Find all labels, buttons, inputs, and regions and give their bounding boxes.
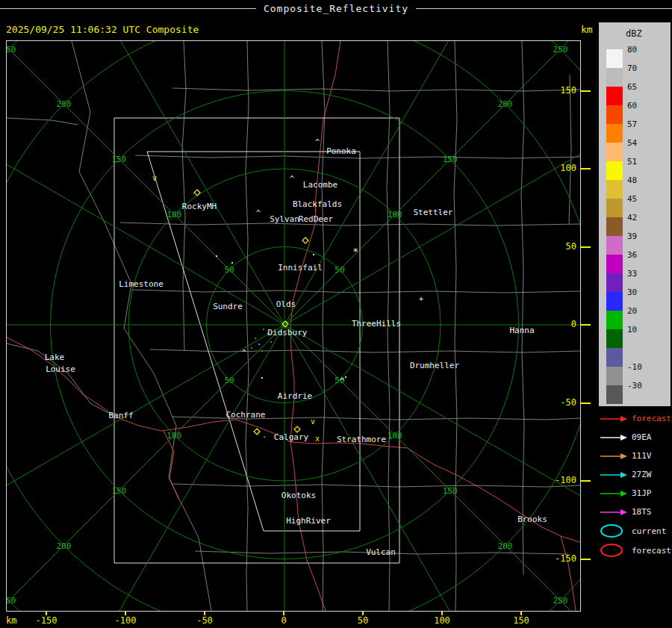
city-label: Strathmore [337,435,386,444]
colorbar-panel: dBZ 80706560575451484542393633302010-10-… [599,22,671,406]
title-bar: Composite_Reflectivity [0,0,672,16]
colorbar-value-label: 42 [627,213,637,223]
diamond-marker-icon [302,237,308,243]
colorbar-value-label: 48 [627,175,637,185]
colorbar-row: 10 [599,329,671,348]
colorbar-value-label: 51 [627,157,637,167]
legend-item: forecast [599,409,672,428]
colorbar-value-label: 33 [627,269,637,279]
colorbar-swatch [606,87,623,105]
city-label: RedDeer [299,214,334,224]
legend-label: current [632,526,666,536]
colorbar-swatch [606,367,623,385]
ring-distance-label: 150 [111,155,126,164]
echo-pixel [251,347,252,349]
track-arrow-icon [599,508,629,517]
colorbar-swatch [606,348,623,367]
colorbar-swatch [606,161,623,180]
diamond-marker-icon [194,190,200,196]
colorbar-value-label: 65 [627,82,637,92]
colorbar-value-label: 80 [627,45,637,55]
city-label: HighRiver [286,516,331,526]
echo-pixel [261,350,263,352]
bottom-axis-tick-label: 50 [344,615,382,626]
city-label: Blackfalds [293,199,342,209]
colorbar-swatch [606,236,623,255]
city-label: Vulcan [366,547,396,557]
colorbar-value-label: 57 [627,119,637,129]
right-axis-tick-label: 100 [523,163,576,173]
colorbar-swatch [606,124,623,143]
city-label: Cochrane [226,410,266,420]
page-title: Composite_Reflectivity [264,3,408,14]
colorbar-swatch [606,49,623,68]
diamond-marker-icon [294,426,300,432]
city-label: Innisfail [278,263,323,273]
legend-label: forecast [632,546,671,556]
colorbar-swatch [606,273,623,292]
right-axis-tick-label: -100 [523,475,576,485]
legend-panel: forecast09EA111V27ZW31JP18TScurrentforec… [599,409,672,560]
station-dot-icon [216,255,217,257]
bottom-axis-tick-label: 0 [265,615,302,626]
vee-marker-icon: v [311,417,315,426]
echo-pixel [258,343,260,345]
track-arrow-icon [599,470,629,479]
legend-label: 18TS [632,507,652,517]
colorbar-swatch [606,199,623,217]
right-axis-tick [581,559,591,560]
colorbar-swatch [606,385,623,404]
radar-app-window: { "title": "Composite_Reflectivity", "he… [0,0,672,628]
ring-distance-label: 100 [167,210,181,220]
legend-label: forecast [632,414,671,423]
right-axis-tick-label: 0 [523,319,576,329]
storm-ellipse-icon [599,542,629,559]
ring-distance-label: 150 [443,155,458,164]
right-axis-unit: km [581,24,593,35]
ring-distance-label: 200 [498,99,513,109]
colorbar-swatch [606,180,623,199]
legend-item: 27ZW [599,465,672,484]
ring-distance-label: 50 [224,376,234,385]
legend-item: 09EA [599,428,672,447]
city-label: Lake [45,352,65,362]
caret-marker-icon: ^ [242,349,246,357]
ring-distance-label: 100 [388,210,402,220]
city-label: Limestone [119,279,164,289]
storm-ellipse-icon [599,523,629,539]
track-arrow-icon [599,489,629,498]
right-axis-tick-label: 50 [523,241,576,252]
right-axis-tick [581,90,591,92]
track-arrow-icon [599,452,629,461]
bottom-axis-tick-label: 100 [423,615,461,626]
right-axis-tick [581,480,591,482]
legend-label: 31JP [632,488,652,498]
star-marker-icon: * [352,246,358,257]
station-dot-icon [345,376,346,378]
colorbar-swatch [606,68,623,87]
right-axis-tick [581,324,591,326]
colorbar-swatch [606,329,623,348]
city-label: Lacombe [303,180,337,190]
ring-distance-label: 100 [167,431,181,441]
radar-map[interactable]: 5050505010010010010015015015015020020020… [6,40,581,612]
caret-marker-icon: ^ [290,175,294,183]
ring-distance-label: 50 [224,265,234,275]
colorbar-title: dBZ [599,22,671,43]
echo-pixel [263,329,264,330]
colorbar-row: -30 [599,385,671,404]
ring-distance-label: 50 [335,265,344,275]
colorbar-value-label: 54 [627,138,637,148]
city-label: Okotoks [281,491,316,500]
colorbar-swatch [606,292,623,311]
ring-distance-label: 200 [56,541,71,551]
legend-item: forecast [599,541,672,560]
bottom-axis-tick-label: -150 [28,615,65,626]
city-label: RockyMH [182,202,217,211]
ring-distance-label: 250 [7,596,16,606]
legend-label: 27ZW [632,470,652,479]
bottom-axis-tick-label: -100 [107,615,144,626]
bottom-axis-tick-label: -50 [186,615,223,626]
bottom-axis-unit: km [6,615,16,626]
echo-pixel [255,338,256,339]
